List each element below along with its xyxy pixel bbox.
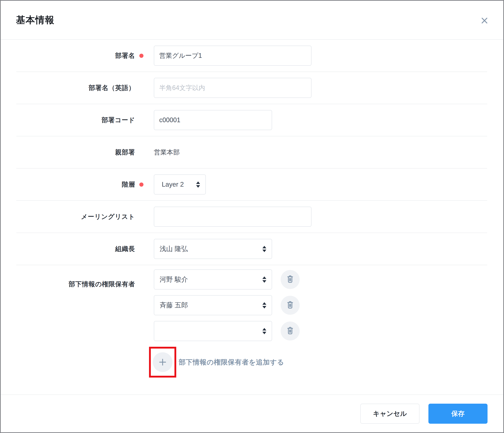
trash-icon — [285, 326, 295, 336]
delete-holder-button-3[interactable] — [281, 321, 300, 340]
org-head-select[interactable]: 浅山 隆弘 — [154, 239, 272, 259]
dept-name-label: 部署名 — [115, 52, 135, 59]
select-arrows-icon — [262, 328, 266, 334]
dept-code-input[interactable] — [154, 110, 272, 130]
add-holder-button[interactable] — [153, 352, 172, 372]
dept-name-field — [154, 46, 311, 66]
permission-holder-row: 斉藤 五郎 — [154, 295, 300, 315]
modal-title: 基本情報 — [16, 14, 55, 26]
layer-field: Layer 2 — [154, 174, 206, 194]
mailing-list-input[interactable] — [154, 207, 311, 227]
dept-name-en-field — [154, 78, 311, 98]
row-subordinate-permission: 部下情報の権限保有者 河野 駿介 — [1, 265, 503, 395]
select-arrows-icon — [262, 246, 266, 252]
dept-name-input[interactable] — [154, 46, 311, 66]
add-holder-link[interactable]: 部下情報の権限保有者を追加する — [179, 358, 284, 367]
select-arrows-icon — [262, 302, 266, 308]
modal-footer: キャンセル 保存 — [1, 395, 503, 432]
mailing-list-label: メーリングリスト — [81, 213, 135, 220]
row-org-head: 組織長 浅山 隆弘 — [1, 233, 503, 265]
parent-dept-label: 親部署 — [115, 148, 135, 156]
required-dot — [139, 182, 144, 187]
org-head-field: 浅山 隆弘 — [154, 239, 272, 259]
annotation-highlight-box — [149, 347, 176, 378]
dept-code-label-cell: 部署コード — [1, 116, 135, 125]
subordinate-permission-label: 部下情報の権限保有者 — [69, 280, 135, 288]
layer-label-cell: 階層 — [1, 180, 135, 189]
layer-select-value: Layer 2 — [162, 181, 184, 188]
row-parent-dept: 親部署 営業本部 — [1, 136, 503, 168]
dept-name-en-label: 部署名（英語） — [89, 84, 135, 91]
modal-header: 基本情報 — [1, 1, 503, 39]
row-layer: 階層 Layer 2 — [1, 169, 503, 200]
subordinate-permission-fields: 河野 駿介 — [154, 269, 300, 395]
org-head-select-value: 浅山 隆弘 — [160, 244, 188, 253]
row-mailing-list: メーリングリスト — [1, 201, 503, 233]
org-head-label: 組織長 — [115, 245, 135, 252]
row-dept-code: 部署コード — [1, 104, 503, 136]
parent-dept-label-cell: 親部署 — [1, 148, 135, 157]
layer-label: 階層 — [122, 181, 135, 188]
permission-holder-2-value: 斉藤 五郎 — [160, 301, 188, 310]
permission-holder-select-1[interactable]: 河野 駿介 — [154, 269, 272, 289]
permission-holder-row: 河野 駿介 — [154, 269, 300, 289]
permission-holder-select-2[interactable]: 斉藤 五郎 — [154, 295, 272, 315]
basic-info-modal: 基本情報 部署名 部署名（英語） 部署コード — [0, 0, 504, 433]
parent-dept-value: 営業本部 — [154, 148, 180, 157]
dept-code-field — [154, 110, 272, 130]
dept-name-en-label-cell: 部署名（英語） — [1, 84, 135, 92]
mailing-list-field — [154, 207, 311, 227]
close-button[interactable] — [478, 15, 490, 26]
add-holder-row: 部下情報の権限保有者を追加する — [154, 347, 300, 378]
close-icon — [480, 17, 489, 25]
select-arrows-icon — [196, 182, 200, 188]
permission-holder-select-3[interactable] — [154, 321, 272, 341]
mailing-list-label-cell: メーリングリスト — [1, 212, 135, 221]
row-dept-name: 部署名 — [1, 40, 503, 72]
delete-holder-button-1[interactable] — [281, 270, 300, 289]
row-dept-name-en: 部署名（英語） — [1, 72, 503, 104]
select-arrows-icon — [262, 277, 266, 283]
dept-name-label-cell: 部署名 — [1, 51, 135, 60]
cancel-button[interactable]: キャンセル — [360, 404, 419, 424]
layer-select[interactable]: Layer 2 — [154, 174, 206, 194]
required-dot — [139, 54, 144, 58]
delete-holder-button-2[interactable] — [281, 296, 300, 315]
permission-holder-row — [154, 321, 300, 341]
dept-name-en-input[interactable] — [154, 78, 311, 98]
dept-code-label: 部署コード — [101, 116, 135, 124]
trash-icon — [285, 300, 295, 311]
org-head-label-cell: 組織長 — [1, 245, 135, 253]
trash-icon — [285, 274, 295, 285]
permission-holder-1-value: 河野 駿介 — [160, 275, 188, 284]
plus-icon — [158, 358, 167, 367]
save-button[interactable]: 保存 — [428, 404, 487, 424]
subordinate-permission-label-cell: 部下情報の権限保有者 — [1, 280, 135, 395]
parent-dept-field: 営業本部 — [154, 148, 180, 157]
